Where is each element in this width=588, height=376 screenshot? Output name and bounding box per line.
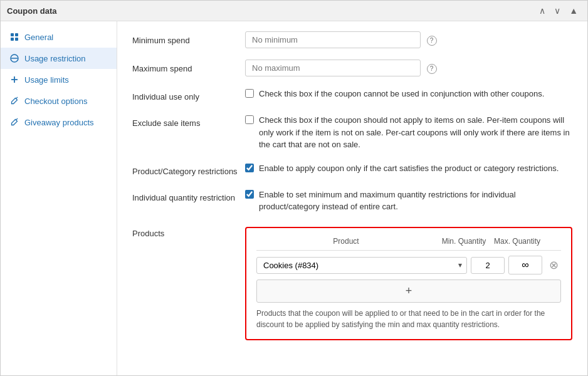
products-row: Products Product Min. Quantity Max. Quan… bbox=[132, 224, 572, 341]
products-table: Product Min. Quantity Max. Quantity Cook… bbox=[256, 237, 561, 331]
product-category-row: Product/Category restrictions Enable to … bbox=[132, 162, 572, 177]
individual-use-description: Check this box if the coupon cannot be u… bbox=[259, 88, 544, 100]
individual-use-control: Check this box if the coupon cannot be u… bbox=[245, 88, 572, 100]
individual-qty-checkbox[interactable] bbox=[245, 190, 254, 199]
main-content: General Usage restriction bbox=[1, 21, 587, 375]
exclude-sale-checkbox-row: Check this box if the coupon should not … bbox=[245, 114, 572, 151]
product-select-wrapper: Cookies (#834) ▾ bbox=[256, 257, 467, 274]
title-bar: Coupon data ∧ ∨ ▲ bbox=[1, 1, 587, 21]
title-bar-up-btn[interactable]: ∧ bbox=[536, 4, 549, 17]
maximum-spend-row: Maximum spend ? bbox=[132, 60, 572, 76]
exclude-sale-control: Check this box if the coupon should not … bbox=[245, 114, 572, 151]
svg-line-9 bbox=[16, 118, 18, 120]
sidebar-item-usage-limits[interactable]: Usage limits bbox=[1, 69, 117, 90]
svg-rect-3 bbox=[15, 38, 18, 41]
sidebar-item-checkout-options[interactable]: Checkout options bbox=[1, 90, 117, 112]
table-row: Cookies (#834) ▾ ⊗ bbox=[256, 256, 561, 274]
exclude-sale-row: Exclude sale items Check this box if the… bbox=[132, 114, 572, 151]
exclude-sale-description: Check this box if the coupon should not … bbox=[259, 114, 572, 151]
title-bar-expand-btn[interactable]: ▲ bbox=[566, 4, 581, 17]
minimum-spend-row: Minimum spend ? bbox=[132, 31, 572, 48]
minimum-spend-help-icon[interactable]: ? bbox=[427, 36, 437, 46]
svg-rect-2 bbox=[11, 38, 14, 41]
min-qty-col-header: Min. Quantity bbox=[436, 237, 492, 247]
maximum-spend-help-icon[interactable]: ? bbox=[427, 64, 437, 74]
sidebar-item-usage-restriction[interactable]: Usage restriction bbox=[1, 48, 117, 69]
sidebar-usage-restriction-label: Usage restriction bbox=[24, 54, 86, 63]
exclude-sale-checkbox[interactable] bbox=[245, 115, 254, 124]
products-control: Product Min. Quantity Max. Quantity Cook… bbox=[245, 224, 572, 341]
individual-qty-label: Individual quantity restriction bbox=[132, 189, 245, 204]
title-bar-down-btn[interactable]: ∨ bbox=[551, 4, 564, 17]
individual-use-checkbox[interactable] bbox=[245, 89, 254, 98]
individual-qty-description: Enable to set minimum and maximum quanti… bbox=[259, 189, 572, 213]
individual-use-label: Individual use only bbox=[132, 88, 245, 103]
minimum-spend-control: ? bbox=[245, 31, 572, 48]
max-qty-col-header: Max. Quantity bbox=[492, 237, 542, 247]
svg-line-8 bbox=[16, 97, 18, 99]
svg-rect-1 bbox=[15, 33, 18, 36]
product-select[interactable]: Cookies (#834) bbox=[256, 257, 467, 274]
wrench-icon-giveaway bbox=[9, 117, 19, 127]
individual-use-row: Individual use only Check this box if th… bbox=[132, 88, 572, 103]
product-category-checkbox-row: Enable to apply coupon only if the cart … bbox=[245, 162, 572, 175]
block-icon bbox=[9, 53, 19, 63]
title-bar-controls: ∧ ∨ ▲ bbox=[536, 4, 581, 17]
maximum-spend-input[interactable] bbox=[245, 60, 421, 76]
individual-qty-row: Individual quantity restriction Enable t… bbox=[132, 189, 572, 213]
max-qty-input[interactable] bbox=[508, 256, 542, 274]
exclude-sale-label: Exclude sale items bbox=[132, 114, 245, 129]
sidebar-item-giveaway-products[interactable]: Giveaway products bbox=[1, 112, 117, 133]
product-category-checkbox[interactable] bbox=[245, 164, 254, 172]
remove-product-button[interactable]: ⊗ bbox=[546, 258, 561, 273]
coupon-data-window: Coupon data ∧ ∨ ▲ General bbox=[0, 0, 588, 376]
sidebar-item-general[interactable]: General bbox=[1, 26, 117, 48]
wrench-icon-checkout bbox=[9, 96, 19, 106]
product-col-header: Product bbox=[256, 237, 436, 247]
maximum-spend-label: Maximum spend bbox=[132, 60, 245, 75]
grid-icon bbox=[9, 32, 19, 42]
minimum-spend-label: Minimum spend bbox=[132, 31, 245, 46]
maximum-spend-control: ? bbox=[245, 60, 572, 76]
add-product-button[interactable]: + bbox=[256, 279, 561, 303]
products-label: Products bbox=[132, 224, 245, 239]
window-title: Coupon data bbox=[7, 6, 56, 16]
svg-rect-0 bbox=[11, 33, 14, 36]
sidebar: General Usage restriction bbox=[1, 21, 117, 375]
sidebar-usage-limits-label: Usage limits bbox=[24, 75, 69, 85]
individual-use-checkbox-row: Check this box if the coupon cannot be u… bbox=[245, 88, 572, 100]
sidebar-giveaway-products-label: Giveaway products bbox=[24, 118, 94, 127]
content-area: Minimum spend ? Maximum spend ? Individu… bbox=[117, 21, 587, 375]
products-note: Products that the coupon will be applied… bbox=[256, 308, 561, 330]
individual-qty-checkbox-row: Enable to set minimum and maximum quanti… bbox=[245, 189, 572, 213]
min-qty-input[interactable] bbox=[471, 257, 505, 274]
product-category-description: Enable to apply coupon only if the cart … bbox=[259, 162, 559, 175]
product-category-control: Enable to apply coupon only if the cart … bbox=[245, 162, 572, 175]
plus-icon bbox=[9, 75, 19, 85]
products-table-header: Product Min. Quantity Max. Quantity bbox=[256, 237, 561, 251]
sidebar-general-label: General bbox=[24, 33, 53, 42]
products-section: Product Min. Quantity Max. Quantity Cook… bbox=[245, 227, 572, 341]
individual-qty-control: Enable to set minimum and maximum quanti… bbox=[245, 189, 572, 213]
minimum-spend-input[interactable] bbox=[245, 31, 421, 48]
sidebar-checkout-options-label: Checkout options bbox=[24, 97, 87, 106]
product-category-label: Product/Category restrictions bbox=[132, 162, 245, 177]
